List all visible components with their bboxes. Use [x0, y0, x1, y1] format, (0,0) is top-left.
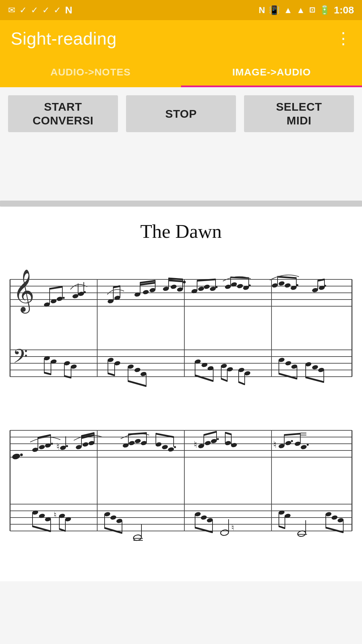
svg-point-20: [63, 297, 65, 299]
svg-point-42: [170, 284, 177, 289]
svg-line-229: [195, 528, 213, 532]
svg-point-148: [51, 443, 53, 445]
svg-point-238: [297, 530, 306, 537]
svg-line-88: [64, 376, 71, 378]
svg-point-230: [220, 529, 229, 536]
sheet-title: The Dawn: [7, 220, 355, 243]
svg-point-242: [331, 515, 338, 520]
svg-point-146: [39, 444, 45, 450]
svg-point-181: [217, 438, 219, 440]
svg-line-176: [156, 434, 174, 437]
battery-icon: 🔋: [319, 5, 330, 15]
svg-line-184: [204, 432, 217, 435]
svg-point-123: [312, 365, 318, 370]
svg-line-199: [284, 434, 300, 435]
tab-audio-notes[interactable]: AUDIO->NOTES: [0, 57, 181, 87]
svg-text:♮: ♮: [54, 510, 57, 519]
svg-point-196: [307, 444, 309, 446]
svg-point-220: [133, 534, 142, 541]
svg-line-237: [279, 526, 285, 528]
svg-line-189: [225, 433, 231, 434]
music-sheet-area: The Dawn 𝄞 𝄢: [0, 207, 362, 581]
more-options-icon[interactable]: ⋮: [335, 31, 351, 47]
stop-button[interactable]: STOP: [126, 95, 236, 132]
svg-line-99: [128, 381, 146, 386]
check-icon-2: ✓: [31, 5, 38, 15]
nfc-icon: N: [259, 5, 265, 15]
action-buttons: STARTCONVERSI STOP SELECTMIDI: [0, 87, 362, 140]
mail-icon: ✉: [8, 5, 15, 15]
tab-bar: AUDIO->NOTES IMAGE->AUDIO: [0, 57, 362, 87]
svg-line-127: [306, 377, 324, 382]
svg-point-225: [200, 515, 207, 520]
svg-point-50: [198, 286, 204, 291]
svg-text:𝄞: 𝄞: [13, 270, 35, 314]
music-system-2: ♮ ♮: [7, 414, 355, 561]
svg-text:♮: ♮: [273, 439, 277, 450]
check-icon-4: ✓: [54, 5, 61, 15]
svg-text:♮: ♮: [194, 439, 197, 450]
svg-text:𝄢: 𝄢: [13, 346, 28, 372]
system-divider: [7, 404, 355, 414]
svg-line-246: [326, 528, 343, 532]
svg-point-95: [134, 367, 141, 373]
svg-text:♮: ♮: [56, 441, 60, 452]
svg-point-172: [168, 447, 174, 452]
vibrate-icon: 📳: [269, 5, 280, 15]
app-title: Sight-reading: [11, 29, 117, 49]
empty-content-area: [0, 140, 362, 201]
svg-point-179: [204, 440, 211, 446]
svg-line-115: [239, 382, 245, 384]
svg-point-67: [284, 283, 291, 288]
check-icon-1: ✓: [19, 5, 27, 15]
svg-point-66: [278, 281, 285, 286]
wifi-icon: ▲: [284, 5, 292, 15]
svg-point-117: [285, 361, 292, 366]
svg-point-192: [285, 440, 292, 446]
sim-icon: ⊡: [309, 6, 315, 14]
n-icon: N: [65, 4, 72, 16]
status-bar: ✉ ✓ ✓ ✓ ✓ N N 📳 ▲ ▲ ⊡ 🔋 1:08: [0, 0, 362, 20]
scroll-indicator: [0, 201, 362, 207]
status-time: 1:08: [334, 4, 354, 16]
svg-point-59: [237, 283, 243, 289]
svg-point-35: [142, 289, 149, 295]
svg-point-143: [11, 453, 20, 460]
svg-point-215: [110, 515, 117, 520]
music-system-1: 𝄞 𝄢: [7, 263, 355, 404]
svg-line-121: [279, 374, 297, 379]
svg-point-165: [134, 438, 141, 444]
tab-image-audio[interactable]: IMAGE->AUDIO: [181, 57, 362, 87]
select-midi-button[interactable]: SELECTMIDI: [244, 95, 354, 132]
svg-text:♮: ♮: [231, 523, 234, 532]
svg-line-23: [50, 287, 62, 289]
svg-line-110: [221, 379, 227, 381]
status-icons-right: N 📳 ▲ ▲ ⊡ 🔋 1:08: [259, 4, 354, 16]
svg-point-171: [162, 444, 168, 450]
svg-line-46: [169, 278, 183, 279]
svg-point-193: [291, 440, 293, 442]
status-icons-left: ✉ ✓ ✓ ✓ ✓ N: [8, 4, 72, 16]
svg-point-157: [82, 442, 89, 447]
svg-point-164: [128, 440, 135, 446]
svg-point-48: [183, 281, 186, 283]
svg-point-154: [66, 445, 68, 447]
svg-line-105: [195, 375, 213, 381]
svg-line-83: [44, 373, 51, 374]
app-bar: Sight-reading ⋮: [0, 20, 362, 57]
svg-point-144: [20, 453, 23, 456]
svg-point-195: [300, 444, 307, 450]
svg-line-219: [105, 528, 122, 533]
signal-icon: ▲: [296, 5, 305, 15]
svg-point-173: [174, 446, 176, 448]
svg-point-51: [203, 284, 210, 289]
check-icon-3: ✓: [42, 5, 50, 15]
svg-line-93: [108, 373, 115, 375]
start-conversion-button[interactable]: STARTCONVERSI: [8, 95, 118, 132]
svg-line-72: [278, 277, 296, 278]
svg-line-207: [33, 526, 51, 531]
svg-line-47: [169, 280, 183, 281]
